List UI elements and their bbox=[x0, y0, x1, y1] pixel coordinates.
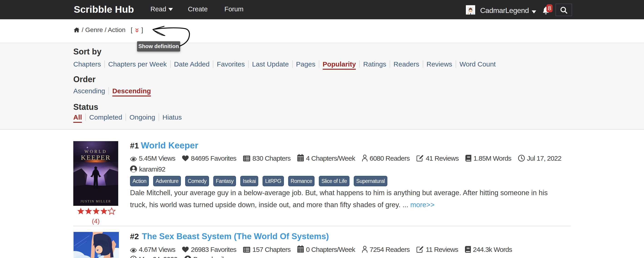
svg-text:KEEPER: KEEPER bbox=[81, 154, 110, 161]
svg-text:WORLD: WORLD bbox=[84, 149, 107, 154]
svg-text:JUSTIN MILLER: JUSTIN MILLER bbox=[80, 200, 111, 203]
